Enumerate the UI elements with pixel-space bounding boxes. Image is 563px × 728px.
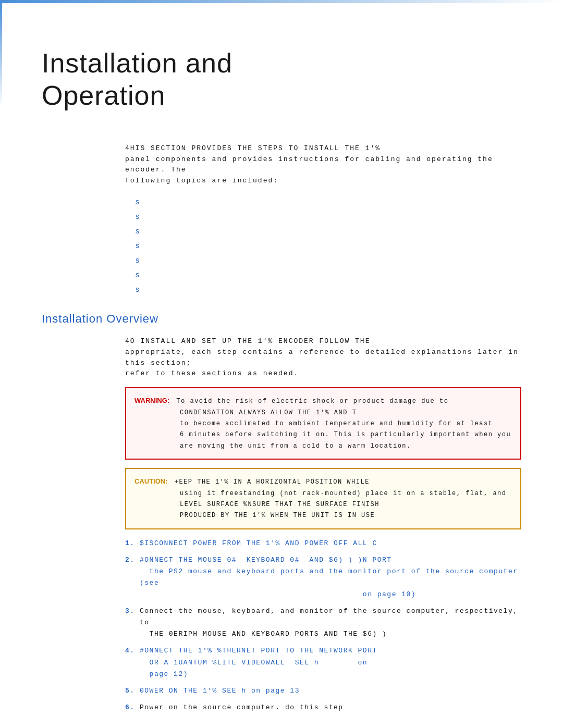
list-item: s <box>136 253 521 267</box>
installation-overview-heading: Installation Overview <box>42 312 521 326</box>
caution-text: +EEP THE 1'% IN A HORIZONTAL POSITION WH… <box>134 478 507 519</box>
installation-overview-content: 4O INSTALL AND SET UP THE 1'% ENCODER FO… <box>125 336 521 713</box>
overview-paragraph: 4O INSTALL AND SET UP THE 1'% ENCODER FO… <box>125 336 521 379</box>
step-2: 2. #ONNECT THE MOUSE 0# KEYBOARD 0# AND … <box>125 554 521 600</box>
step-4: 4. #ONNECT THE 1'% %THERNET PORT TO THE … <box>125 645 521 680</box>
caution-label: CAUTION: <box>134 477 168 485</box>
warning-label: WARNING: <box>134 397 169 404</box>
bullet-list: s s s s s s s <box>136 194 521 297</box>
list-item: s <box>136 238 521 253</box>
list-item: s <box>136 194 521 209</box>
list-item: s <box>136 282 521 297</box>
step-5: 5. 0OWER ON THE 1'% SEE h on page 13 <box>125 685 521 697</box>
step-1: 1. $ISCONNECT POWER FROM THE 1'% AND POW… <box>125 538 521 549</box>
intro-paragraph-1: 4HIS SECTION PROVIDES THE STEPS TO INSTA… <box>125 143 521 187</box>
caution-box: CAUTION: +EEP THE 1'% IN A HORIZONTAL PO… <box>125 468 521 529</box>
list-item: s <box>136 267 521 282</box>
warning-box: WARNING: To avoid the risk of electric s… <box>125 387 521 460</box>
step-6: 6. Power on the source computer. do this… <box>125 702 521 713</box>
intro-section: 4HIS SECTION PROVIDES THE STEPS TO INSTA… <box>125 143 521 297</box>
list-item: s <box>136 209 521 224</box>
page-title: Installation and Operation <box>42 47 521 112</box>
step-3: 3. Connect the mouse, keyboard, and moni… <box>125 606 521 640</box>
warning-text: To avoid the risk of electric shock or p… <box>134 398 511 450</box>
list-item: s <box>136 224 521 238</box>
numbered-steps-list: 1. $ISCONNECT POWER FROM THE 1'% AND POW… <box>125 538 521 713</box>
